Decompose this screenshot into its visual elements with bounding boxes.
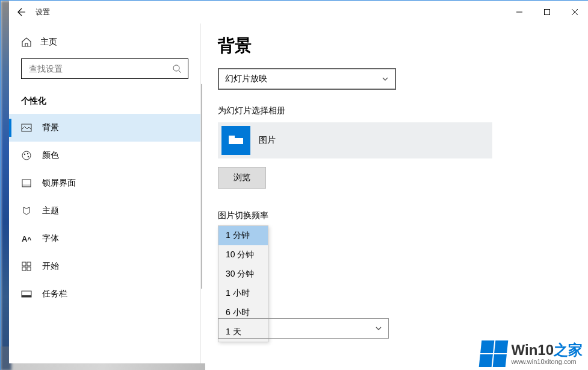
- dropdown-value: 幻灯片放映: [225, 74, 267, 84]
- search-box[interactable]: [21, 58, 188, 79]
- svg-point-6: [28, 156, 29, 157]
- interval-option[interactable]: 1 分钟: [218, 226, 268, 245]
- close-button[interactable]: [561, 1, 588, 24]
- svg-rect-14: [22, 295, 31, 297]
- minimize-button[interactable]: [506, 1, 533, 24]
- svg-rect-0: [545, 10, 550, 15]
- svg-rect-16: [229, 136, 235, 138]
- svg-point-1: [173, 65, 179, 71]
- nav-item-colors[interactable]: 颜色: [9, 142, 200, 169]
- svg-rect-8: [22, 184, 31, 187]
- folder-thumb-icon: [221, 126, 250, 155]
- minimize-icon: [516, 8, 523, 16]
- nav-item-start[interactable]: 开始: [9, 252, 200, 280]
- close-icon: [571, 8, 578, 16]
- browse-button[interactable]: 浏览: [218, 167, 266, 189]
- nav-list: 背景 颜色 锁屏界面 主题 AA: [9, 114, 200, 308]
- home-icon: [21, 37, 32, 48]
- svg-point-5: [27, 153, 28, 154]
- maximize-button[interactable]: [533, 1, 561, 24]
- scroll-indicator[interactable]: [201, 84, 202, 289]
- nav-label: 字体: [42, 233, 59, 244]
- section-header: 个性化: [9, 92, 200, 114]
- back-arrow-icon: [17, 7, 26, 17]
- album-name: 图片: [259, 135, 276, 146]
- theme-icon: [21, 205, 32, 216]
- font-icon: AA: [21, 233, 32, 244]
- chevron-down-icon: [382, 75, 389, 83]
- nav-item-lockscreen[interactable]: 锁屏界面: [9, 169, 200, 197]
- page-title: 背景: [218, 34, 572, 57]
- svg-point-4: [24, 154, 25, 155]
- album-row[interactable]: 图片: [218, 122, 492, 158]
- nav-label: 主题: [42, 205, 59, 216]
- nav-item-themes[interactable]: 主题: [9, 197, 200, 225]
- settings-window: 设置 主页 个性化: [9, 1, 588, 363]
- nav-label: 任务栏: [42, 289, 67, 299]
- watermark-url: www.win10xitong.com: [512, 358, 577, 365]
- interval-option[interactable]: 30 分钟: [218, 265, 268, 284]
- svg-rect-11: [22, 267, 26, 271]
- palette-icon: [21, 150, 32, 161]
- sidebar: 主页 个性化 背景 颜色: [9, 24, 200, 363]
- home-link[interactable]: 主页: [9, 34, 200, 50]
- svg-rect-10: [27, 262, 31, 266]
- chevron-down-icon: [375, 325, 382, 332]
- home-label: 主页: [40, 37, 57, 48]
- taskbar-icon: [21, 289, 32, 299]
- interval-option[interactable]: 10 分钟: [218, 245, 268, 265]
- main-content: 背景 幻灯片放映 为幻灯片选择相册 图片 浏览 图片切换频率: [200, 24, 588, 363]
- interval-label: 图片切换频率: [218, 210, 572, 221]
- search-icon: [172, 64, 182, 74]
- svg-rect-15: [229, 138, 243, 144]
- nav-label: 锁屏界面: [42, 178, 76, 189]
- nav-item-background[interactable]: 背景: [9, 114, 200, 142]
- watermark: Win10之家 www.win10xitong.com: [480, 340, 583, 367]
- nav-label: 颜色: [42, 150, 59, 161]
- titlebar: 设置: [9, 1, 588, 24]
- lock-screen-icon: [21, 178, 32, 189]
- background-mode-dropdown[interactable]: 幻灯片放映: [218, 68, 396, 90]
- nav-label: 开始: [42, 261, 59, 272]
- svg-point-3: [22, 151, 31, 160]
- maximize-icon: [543, 8, 551, 16]
- browse-label: 浏览: [234, 172, 250, 183]
- watermark-title: Win10之家: [512, 342, 583, 358]
- back-button[interactable]: [9, 1, 34, 24]
- nav-label: 背景: [42, 122, 59, 133]
- start-icon: [21, 261, 32, 272]
- app-title: 设置: [36, 7, 50, 17]
- svg-rect-12: [27, 267, 31, 271]
- nav-item-taskbar[interactable]: 任务栏: [9, 280, 200, 308]
- windows-logo-icon: [478, 340, 508, 367]
- album-label: 为幻灯片选择相册: [218, 105, 572, 116]
- fit-dropdown[interactable]: [218, 318, 389, 339]
- nav-item-fonts[interactable]: AA 字体: [9, 225, 200, 252]
- interval-option[interactable]: 1 小时: [218, 284, 268, 303]
- svg-rect-9: [22, 262, 26, 266]
- picture-icon: [21, 122, 32, 133]
- window-controls: [506, 1, 588, 24]
- search-input[interactable]: [28, 63, 172, 74]
